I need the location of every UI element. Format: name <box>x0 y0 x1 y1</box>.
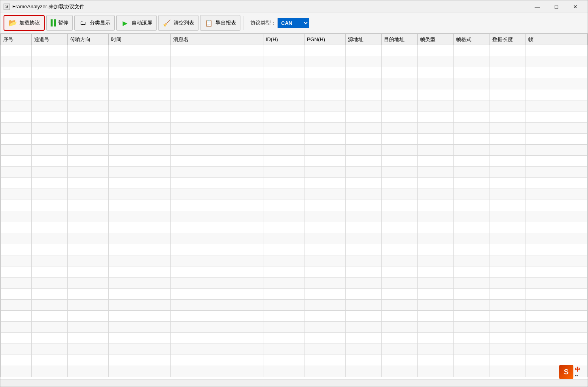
table-row <box>1 255 588 266</box>
data-table-container[interactable]: 序号 通道号 传输方向 时间 消息名 ID(H) PGN(H) 源地址 目的地址… <box>0 34 588 379</box>
watermark-cn-text: 中 <box>575 366 580 373</box>
col-header-seq: 序号 <box>1 34 32 45</box>
table-row <box>1 311 588 322</box>
watermark-logo-text: S <box>564 368 569 376</box>
minimize-button[interactable]: — <box>528 0 546 13</box>
pause-label: 暂停 <box>58 19 68 26</box>
table-row <box>1 123 588 134</box>
col-header-direction: 传输方向 <box>68 34 109 45</box>
table-row <box>1 289 588 300</box>
maximize-button[interactable]: □ <box>547 0 565 13</box>
watermark: S 中 •• <box>559 365 580 379</box>
clear-list-label: 清空列表 <box>174 19 194 26</box>
protocol-type-label: 协议类型： <box>250 19 276 26</box>
table-row <box>1 145 588 156</box>
col-header-time: 时间 <box>109 34 170 45</box>
table-row <box>1 178 588 189</box>
toolbar: 加载协议 暂停 分类显示 自动滚屏 清空列表 导出报表 协议类型： CA <box>0 13 588 34</box>
table-row <box>1 56 588 67</box>
table-row <box>1 222 588 233</box>
table-body <box>1 45 588 377</box>
load-protocol-label: 加载协议 <box>19 19 40 26</box>
app-icon: S <box>4 4 10 10</box>
pause-button[interactable]: 暂停 <box>46 15 73 31</box>
table-row <box>1 167 588 178</box>
classify-button[interactable]: 分类显示 <box>74 15 115 31</box>
close-button[interactable]: ✕ <box>566 0 584 13</box>
auto-scroll-label: 自动滚屏 <box>132 19 152 26</box>
table-row <box>1 366 588 377</box>
table-row <box>1 211 588 222</box>
load-protocol-button[interactable]: 加载协议 <box>4 15 45 31</box>
table-row <box>1 322 588 333</box>
clear-icon <box>163 19 171 27</box>
table-row <box>1 78 588 89</box>
table-row <box>1 300 588 311</box>
table-row <box>1 333 588 344</box>
table-row <box>1 200 588 211</box>
protocol-type-select[interactable]: CAN J1939 CANopen <box>278 18 309 28</box>
table-row <box>1 100 588 111</box>
table-row <box>1 233 588 244</box>
table-row <box>1 45 588 56</box>
table-row <box>1 266 588 278</box>
toolbar-separator <box>244 16 244 30</box>
title-left: S FrameAnalyzer-未加载协议文件 <box>4 3 85 10</box>
load-icon <box>8 19 17 27</box>
col-header-channel: 通道号 <box>32 34 68 45</box>
table-row <box>1 67 588 78</box>
table-row <box>1 111 588 123</box>
table-row <box>1 278 588 289</box>
data-table: 序号 通道号 传输方向 时间 消息名 ID(H) PGN(H) 源地址 目的地址… <box>0 34 588 377</box>
window-title: FrameAnalyzer-未加载协议文件 <box>12 3 85 10</box>
title-bar: S FrameAnalyzer-未加载协议文件 — □ ✕ <box>0 0 588 13</box>
table-header-row: 序号 通道号 传输方向 时间 消息名 ID(H) PGN(H) 源地址 目的地址… <box>1 34 588 45</box>
col-header-id: ID(H) <box>263 34 304 45</box>
main-window: S FrameAnalyzer-未加载协议文件 — □ ✕ 加载协议 暂停 分类… <box>0 0 588 387</box>
col-header-frameformat: 帧格式 <box>454 34 490 45</box>
col-header-src: 源地址 <box>346 34 382 45</box>
scroll-icon <box>121 19 129 27</box>
col-header-msgname: 消息名 <box>170 34 263 45</box>
watermark-text-block: 中 •• <box>575 366 580 378</box>
export-icon <box>204 19 213 27</box>
clear-list-button[interactable]: 清空列表 <box>158 15 199 31</box>
table-row <box>1 355 588 366</box>
col-header-datalen: 数据长度 <box>490 34 526 45</box>
scrollbar-track[interactable] <box>0 381 588 386</box>
horizontal-scrollbar[interactable] <box>0 379 588 387</box>
col-header-frame: 帧 <box>526 34 587 45</box>
watermark-logo: S <box>559 365 573 379</box>
export-report-button[interactable]: 导出报表 <box>200 15 240 31</box>
classify-label: 分类显示 <box>90 19 110 26</box>
table-row <box>1 189 588 200</box>
col-header-dst: 目的地址 <box>382 34 418 45</box>
table-row <box>1 134 588 145</box>
watermark-dots: •• <box>575 373 580 378</box>
auto-scroll-button[interactable]: 自动滚屏 <box>116 15 157 31</box>
export-report-label: 导出报表 <box>216 19 236 26</box>
pause-icon <box>51 19 56 26</box>
classify-icon <box>79 19 87 27</box>
table-row <box>1 344 588 355</box>
col-header-pgn: PGN(H) <box>304 34 345 45</box>
table-row <box>1 156 588 167</box>
table-row <box>1 89 588 100</box>
col-header-frametype: 帧类型 <box>418 34 454 45</box>
table-row <box>1 244 588 255</box>
window-controls: — □ ✕ <box>528 0 584 13</box>
